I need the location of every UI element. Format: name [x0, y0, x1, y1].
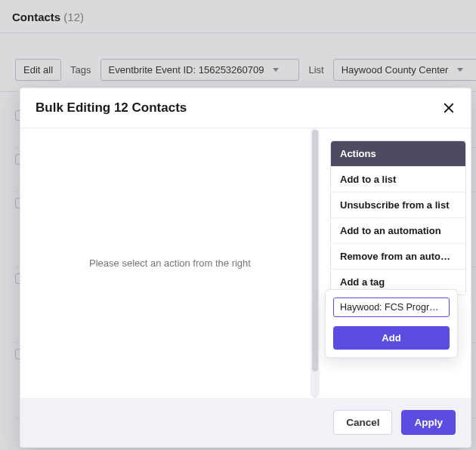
tag-input[interactable]: Haywood: FCS Programm: [333, 297, 450, 317]
modal-right-panel: Actions Add to a list Unsubscribe from a…: [320, 128, 471, 398]
add-tag-button[interactable]: Add: [333, 326, 450, 350]
close-icon[interactable]: [442, 101, 456, 115]
modal-title: Bulk Editing 12 Contacts: [36, 100, 187, 116]
action-add-to-automation[interactable]: Add to an automation: [331, 217, 465, 243]
action-remove-from-automation[interactable]: Remove from an automation: [331, 243, 465, 269]
modal-left-placeholder: Please select an action from the right: [89, 257, 251, 269]
action-add-to-list[interactable]: Add to a list: [331, 166, 465, 192]
actions-header: Actions: [331, 141, 465, 166]
scrollbar[interactable]: [311, 128, 320, 398]
scrollbar-thumb[interactable]: [312, 130, 318, 371]
modal-left-panel: Please select an action from the right: [20, 128, 320, 398]
actions-panel: Actions Add to a list Unsubscribe from a…: [330, 140, 466, 295]
bulk-edit-modal: Bulk Editing 12 Contacts Please select a…: [20, 88, 471, 448]
apply-button[interactable]: Apply: [401, 410, 456, 435]
modal-header: Bulk Editing 12 Contacts: [20, 88, 471, 128]
add-tag-popover: Haywood: FCS Programm Add: [325, 289, 458, 358]
action-unsubscribe-from-list[interactable]: Unsubscribe from a list: [331, 192, 465, 217]
modal-body: Please select an action from the right A…: [20, 128, 471, 398]
modal-footer: Cancel Apply: [20, 398, 471, 447]
cancel-button[interactable]: Cancel: [333, 410, 392, 435]
